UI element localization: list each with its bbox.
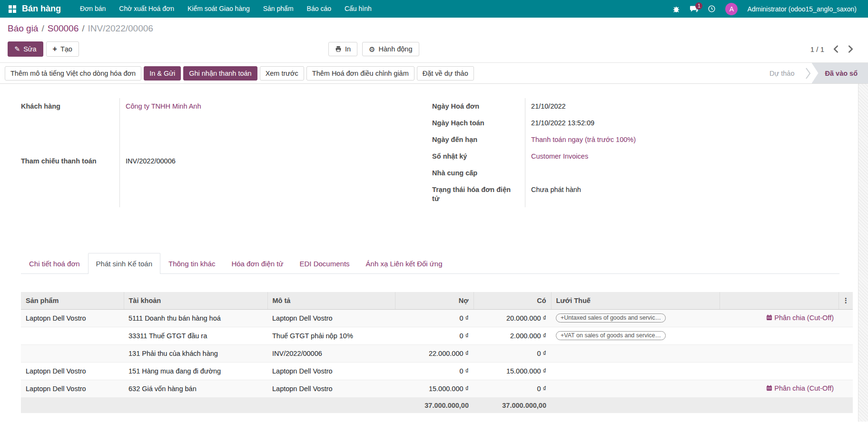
pencil-icon: ✎ <box>14 45 20 53</box>
table-row[interactable]: Laptopn Dell Vostro 632 Giá vốn hàng bán… <box>21 380 853 397</box>
field-ngay-hoa-don: Ngày Hoá đơn 21/10/2022 <box>432 98 839 115</box>
cutoff-link[interactable]: Phân chia (Cut-Off) <box>766 384 834 392</box>
total-debit: 37.000.000,00 <box>395 397 473 413</box>
calendar-icon <box>766 314 772 321</box>
col-co[interactable]: Có <box>473 292 551 309</box>
breadcrumb-separator: / <box>79 23 88 33</box>
apps-menu-icon[interactable] <box>9 5 16 13</box>
field-so-nhat-ky: Sổ nhật ký Customer Invoices <box>432 148 839 165</box>
btn-dat-ve-du-thao[interactable]: Đặt về dự thảo <box>417 66 474 81</box>
pager-counter: 1 / 1 <box>810 45 824 53</box>
tab-chi-tiet-hoa-don[interactable]: Chi tiết hoá đơn <box>21 253 88 274</box>
tax-grid-tag[interactable]: +Untaxed sales of goods and servic… <box>556 313 666 323</box>
col-san-pham[interactable]: Sản phẩm <box>21 292 124 309</box>
status-da-vao-so[interactable]: Đã vào sổ <box>812 63 868 83</box>
btn-ghi-nhan-thanh-toan[interactable]: Ghi nhận thanh toán <box>183 66 257 81</box>
breadcrumb-separator: / <box>38 23 47 33</box>
calendar-icon <box>766 385 772 391</box>
btn-xem-truoc[interactable]: Xem trước <box>260 66 304 81</box>
menu-cho-xuat-hoa-don[interactable]: Chờ xuất Hoá đơn <box>112 0 181 18</box>
field-nha-cung-cap: Nhà cung cấp <box>432 165 839 182</box>
field-khach-hang: Khách hàng Công ty TNHH Minh Anh <box>21 98 411 153</box>
form-sheet: Khách hàng Công ty TNHH Minh Anh Tham ch… <box>0 84 868 422</box>
btn-them-hoa-don-dieu-chinh-giam[interactable]: Thêm Hoá đơn điều chỉnh giảm <box>306 66 414 81</box>
messages-badge: 1 <box>695 2 702 10</box>
field-ngay-den-han: Ngày đến hạn Thanh toán ngay (trả trước … <box>432 131 839 148</box>
menu-san-pham[interactable]: Sản phẩm <box>256 0 300 18</box>
col-extra <box>720 292 838 309</box>
print-button[interactable]: In <box>328 42 357 56</box>
breadcrumb-current: INV/2022/00006 <box>88 23 153 33</box>
activities-icon[interactable] <box>708 5 716 13</box>
btn-them-mo-ta-tieng-viet[interactable]: Thêm mô tả tiếng Việt cho dòng hóa đơn <box>5 66 141 81</box>
form-group-left: Khách hàng Công ty TNHH Minh Anh Tham ch… <box>21 98 411 207</box>
printer-icon <box>335 46 342 52</box>
breadcrumb-s00006[interactable]: S00006 <box>48 23 79 33</box>
col-no[interactable]: Nợ <box>395 292 473 309</box>
col-luoi-thue[interactable]: Lưới Thuế <box>551 292 720 309</box>
total-credit: 37.000.000,00 <box>473 397 551 413</box>
tab-anh-xa-lien-ket-doi-ung[interactable]: Ánh xạ Liên kết Đối ứng <box>358 253 451 274</box>
pager-next-icon[interactable] <box>848 45 854 53</box>
menu-don-ban[interactable]: Đơn bán <box>73 0 112 18</box>
sheet-margin-pattern <box>858 84 868 422</box>
tab-phat-sinh-ke-toan[interactable]: Phát sinh Kế toán <box>88 253 160 274</box>
statusbar: Thêm mô tả tiếng Việt cho dòng hóa đơn I… <box>0 62 868 84</box>
cutoff-link[interactable]: Phân chia (Cut-Off) <box>766 314 834 322</box>
tax-grid-tag[interactable]: +VAT on sales of goods and service… <box>556 331 666 340</box>
table-row[interactable]: Laptopn Dell Vostro 151 Hàng mua đang đi… <box>21 362 853 380</box>
action-button[interactable]: ⚙ Hành động <box>362 42 419 56</box>
tab-thong-tin-khac[interactable]: Thông tin khác <box>160 253 223 274</box>
table-row[interactable]: 33311 Thuế GTGT đầu ra Thuế GTGT phải nộ… <box>21 327 853 344</box>
pager-previous-icon[interactable] <box>833 45 839 53</box>
app-name[interactable]: Bán hàng <box>22 4 61 14</box>
main-menu: Đơn bán Chờ xuất Hoá đơn Kiểm soát Giao … <box>73 0 378 18</box>
messages-icon[interactable]: 1 <box>690 5 698 13</box>
status-steps: Dự thảo Đã vào sổ <box>762 63 868 83</box>
col-tai-khoan[interactable]: Tài khoản <box>124 292 267 309</box>
journal-items-table: Sản phẩm Tài khoản Mô tả Nợ Có Lưới Thuế… <box>21 292 853 413</box>
plus-icon: + <box>53 45 57 53</box>
user-menu[interactable]: Administrator (odoo15_anglo_saxon) <box>747 5 857 13</box>
top-navbar: Bán hàng Đơn bán Chờ xuất Hoá đơn Kiểm s… <box>0 0 868 18</box>
col-mo-ta[interactable]: Mô tả <box>267 292 395 309</box>
optional-columns-icon[interactable]: ⋮ <box>838 292 853 309</box>
status-du-thao[interactable]: Dự thảo <box>762 63 802 83</box>
debug-icon[interactable] <box>672 5 680 13</box>
menu-kiem-soat-giao-hang[interactable]: Kiểm soát Giao hàng <box>181 0 256 18</box>
field-trang-thai-hoa-don-dien-tu: Trạng thái hóa đơn điện tử Chưa phát hàn… <box>432 182 839 207</box>
field-ngay-hach-toan: Ngày Hạch toán 21/10/2022 13:52:09 <box>432 115 839 131</box>
menu-bao-cao[interactable]: Báo cáo <box>300 0 338 18</box>
create-button[interactable]: +Tạo <box>46 41 79 57</box>
menu-cau-hinh[interactable]: Cấu hình <box>338 0 378 18</box>
gear-icon: ⚙ <box>369 46 375 53</box>
form-group-right: Ngày Hoá đơn 21/10/2022 Ngày Hạch toán 2… <box>432 98 839 207</box>
control-panel: Báo giá/S00006/INV/2022/00006 ✎Sửa +Tạo … <box>0 18 868 62</box>
status-arrow-icon <box>805 66 811 81</box>
table-row[interactable]: 131 Phải thu của khách hàng INV/2022/000… <box>21 344 853 362</box>
table-row[interactable]: Laptopn Dell Vostro 5111 Doanh thu bán h… <box>21 309 853 327</box>
pager: 1 / 1 <box>810 45 860 53</box>
tab-hoa-don-dien-tu[interactable]: Hóa đơn điện tử <box>223 253 291 274</box>
breadcrumb: Báo giá/S00006/INV/2022/00006 <box>8 23 860 34</box>
edit-button[interactable]: ✎Sửa <box>8 41 43 57</box>
btn-in-gui[interactable]: In & Gửi <box>144 66 181 81</box>
notebook-tabs: Chi tiết hoá đơn Phát sinh Kế toán Thông… <box>21 252 839 274</box>
avatar[interactable]: A <box>725 3 738 15</box>
tab-edi-documents[interactable]: EDI Documents <box>292 253 358 274</box>
field-tham-chieu-thanh-toan: Tham chiếu thanh toán INV/2022/00006 <box>21 153 411 208</box>
table-header-row: Sản phẩm Tài khoản Mô tả Nợ Có Lưới Thuế… <box>21 292 853 309</box>
table-totals-row: 37.000.000,00 37.000.000,00 <box>21 397 853 413</box>
breadcrumb-bao-gia[interactable]: Báo giá <box>8 23 38 33</box>
